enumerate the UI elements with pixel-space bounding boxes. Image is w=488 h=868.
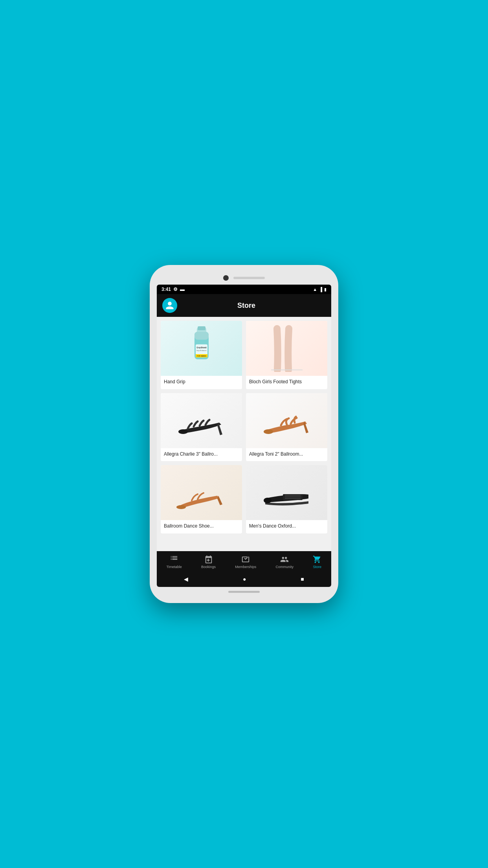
phone-device: 3:41 ⚙ ▬ ▲ ▐ ▮ Store (150, 265, 338, 603)
product-card-hand-grip[interactable]: GripShield Grip Enhancer FOR HANDS Hand … (161, 321, 242, 389)
person-icon (165, 301, 174, 310)
back-button[interactable]: ◀ (176, 574, 196, 584)
product-image-shoe4 (246, 465, 327, 520)
community-icon (280, 555, 289, 564)
android-nav: ◀ ● ■ (157, 571, 331, 587)
svg-text:FOR HANDS: FOR HANDS (197, 355, 206, 357)
product-image-tights (246, 321, 327, 376)
sim-icon: ▬ (180, 287, 185, 292)
svg-point-12 (176, 505, 186, 509)
bottom-nav: Timetable Bookings Memberships Community (157, 551, 331, 571)
bookings-icon (204, 555, 213, 564)
product-grid: GripShield Grip Enhancer FOR HANDS Hand … (157, 317, 331, 551)
wifi-icon: ▲ (313, 287, 317, 292)
product-image-shoe1 (161, 393, 242, 448)
gear-icon: ⚙ (173, 287, 178, 292)
phone-top (157, 272, 331, 285)
product-image-shoe3 (161, 465, 242, 520)
product-name-hand-grip: Hand Grip (161, 376, 242, 389)
speaker (233, 277, 265, 279)
product-name-shoe4: Men's Dance Oxford... (246, 520, 327, 533)
store-icon (313, 555, 321, 564)
nav-item-memberships[interactable]: Memberships (232, 554, 259, 570)
svg-point-13 (264, 498, 272, 503)
memberships-label: Memberships (235, 565, 256, 569)
product-image-shoe2 (246, 393, 327, 448)
tights-svg (267, 325, 306, 372)
product-card-shoe3[interactable]: Ballroom Dance Shoe... (161, 465, 242, 533)
nav-item-timetable[interactable]: Timetable (163, 554, 185, 570)
timetable-label: Timetable (167, 565, 182, 569)
nav-item-bookings[interactable]: Bookings (198, 554, 219, 570)
svg-rect-2 (194, 332, 209, 340)
status-bar: 3:41 ⚙ ▬ ▲ ▐ ▮ (157, 285, 331, 294)
shoe4-svg (261, 473, 312, 512)
home-indicator (228, 591, 260, 593)
product-name-shoe3: Ballroom Dance Shoe... (161, 520, 242, 533)
shoe1-svg (176, 401, 227, 440)
nav-item-community[interactable]: Community (273, 554, 297, 570)
camera (223, 275, 229, 281)
product-card-shoe2[interactable]: Allegra Toni 2" Ballroom... (246, 393, 327, 462)
timetable-icon (170, 555, 178, 564)
battery-icon: ▮ (324, 287, 327, 292)
shoe2-svg (261, 401, 312, 440)
status-left: 3:41 ⚙ ▬ (161, 287, 185, 292)
memberships-icon (241, 555, 250, 564)
page-title: Store (182, 302, 311, 310)
phone-bottom (157, 587, 331, 596)
community-label: Community (276, 565, 294, 569)
app-header: Store (157, 294, 331, 317)
status-right: ▲ ▐ ▮ (313, 287, 327, 292)
user-avatar[interactable] (162, 298, 177, 313)
svg-point-11 (264, 429, 273, 434)
signal-icon: ▐ (319, 287, 322, 292)
product-image-hand-grip: GripShield Grip Enhancer FOR HANDS (161, 321, 242, 376)
shoe3-svg (176, 473, 227, 512)
product-name-shoe2: Allegra Toni 2" Ballroom... (246, 448, 327, 462)
store-label: Store (313, 565, 322, 569)
svg-rect-8 (198, 326, 205, 330)
product-name-tights: Bloch Girls Footed Tights (246, 376, 327, 389)
nav-item-store[interactable]: Store (310, 554, 325, 570)
product-card-shoe4[interactable]: Men's Dance Oxford... (246, 465, 327, 533)
phone-screen: 3:41 ⚙ ▬ ▲ ▐ ▮ Store (157, 285, 331, 587)
time-display: 3:41 (161, 287, 171, 292)
product-name-shoe1: Allegra Charlie 3" Ballro... (161, 448, 242, 462)
recent-button[interactable]: ■ (293, 574, 312, 584)
svg-point-10 (178, 429, 188, 434)
hand-grip-svg: GripShield Grip Enhancer FOR HANDS (186, 325, 217, 372)
product-card-tights[interactable]: Bloch Girls Footed Tights (246, 321, 327, 389)
svg-text:GripShield: GripShield (196, 346, 206, 349)
home-button[interactable]: ● (235, 574, 254, 584)
svg-text:Grip Enhancer: Grip Enhancer (196, 349, 207, 351)
product-card-shoe1[interactable]: Allegra Charlie 3" Ballro... (161, 393, 242, 462)
bookings-label: Bookings (201, 565, 216, 569)
